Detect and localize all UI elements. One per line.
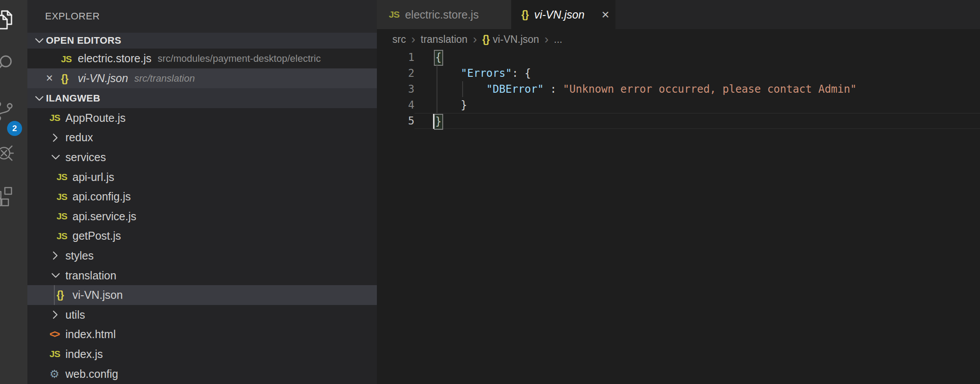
line-number: 5	[377, 113, 414, 129]
breadcrumb-separator-icon: ›	[473, 33, 477, 45]
tree-label: index.html	[65, 328, 116, 341]
code-line-content: }	[414, 113, 980, 129]
file-icon-slot: JS	[49, 113, 65, 123]
code-line-2: 2 "Errors": {	[377, 65, 980, 81]
open-editor-label: electric.store.js	[78, 52, 152, 65]
twistie	[49, 132, 65, 144]
scm-badge: 2	[7, 121, 22, 136]
file-icon-slot: JS	[61, 52, 78, 65]
open-editor-row[interactable]: JSelectric.store.jssrc/modules/payment-d…	[27, 49, 377, 68]
tree-label: styles	[65, 249, 94, 262]
tree-file-index-js[interactable]: JSindex.js	[27, 344, 377, 364]
json-file-icon: {}	[482, 34, 489, 45]
tree-label: web.config	[65, 368, 118, 380]
breadcrumb-item-src[interactable]: src	[392, 34, 406, 45]
tree-folder-utils[interactable]: utils	[27, 305, 377, 325]
breadcrumb-label: ...	[554, 34, 562, 45]
tree-file-web-config[interactable]: ⚙web.config	[27, 364, 377, 384]
section-open-editors[interactable]: OPEN EDITORS	[27, 33, 377, 49]
file-icon-slot: JS	[57, 192, 72, 202]
breadcrumb-item--[interactable]: ...	[554, 34, 562, 45]
js-file-icon: JS	[49, 349, 60, 359]
code-token	[435, 67, 461, 79]
tree-folder-redux[interactable]: redux	[27, 128, 377, 148]
tree-file-approute-js[interactable]: JSAppRoute.js	[27, 108, 377, 128]
tab-bar: JSelectric.store.js{}vi-VN.json×	[377, 0, 980, 29]
close-editor-icon[interactable]: ×	[46, 72, 61, 84]
breadcrumb-label: translation	[421, 34, 467, 45]
chevron-down-icon	[49, 151, 62, 163]
js-file-icon: JS	[57, 172, 67, 182]
code-token	[435, 83, 486, 95]
file-icon-slot: ⚙	[49, 369, 65, 380]
js-file-icon: JS	[57, 231, 67, 241]
section-label: ILANGWEB	[46, 93, 100, 104]
breadcrumb-label: src	[392, 34, 406, 45]
activity-item-search[interactable]	[0, 53, 27, 95]
file-icon-slot: JS	[49, 349, 65, 359]
code-line-content: "Errors": {	[414, 65, 980, 81]
tree-file-index-html[interactable]: <>index.html	[27, 325, 377, 345]
code-line-3: 3 "DBError" : "Unknown error occurred, p…	[377, 81, 980, 97]
tree-file-api-service-js[interactable]: JSapi.service.js	[27, 207, 377, 226]
json-file-icon: {}	[61, 73, 68, 84]
activity-item-files[interactable]	[0, 10, 27, 52]
tree-label: api.config.js	[72, 190, 131, 203]
code-line-content: }	[414, 97, 980, 113]
code-token: {	[435, 51, 441, 64]
breadcrumb-file-icon: {}	[482, 34, 489, 45]
activity-item-source-control[interactable]: 2	[0, 101, 27, 143]
tab-electric-store-js[interactable]: JSelectric.store.js	[377, 0, 511, 29]
line-number: 1	[377, 49, 414, 65]
tree-file-getpost-js[interactable]: JSgetPost.js	[27, 226, 377, 246]
file-icon-slot: {}	[61, 72, 78, 85]
tree-label: utils	[65, 309, 85, 321]
activity-item-extensions[interactable]	[0, 185, 27, 228]
chevron-right-icon	[49, 249, 62, 262]
chevron-right-icon	[49, 132, 62, 144]
tree-folder-styles[interactable]: styles	[27, 246, 377, 266]
tab-label: electric.store.js	[405, 8, 479, 21]
code-token: "Errors"	[461, 67, 512, 79]
indent-guide	[462, 81, 463, 97]
breadcrumb-item-translation[interactable]: translation	[421, 34, 467, 45]
tree-label: api.service.js	[72, 210, 137, 223]
tab-close-icon[interactable]: ×	[601, 8, 609, 21]
js-file-icon: JS	[389, 9, 399, 20]
section-ilangweb[interactable]: ILANGWEB	[27, 88, 377, 108]
json-file-icon: {}	[57, 289, 64, 301]
tree-label: api-url.js	[72, 171, 114, 184]
tree-file-api-url-js[interactable]: JSapi-url.js	[27, 167, 377, 187]
file-icon-slot: JS	[57, 231, 72, 241]
activity-item-debug[interactable]	[0, 141, 27, 184]
file-icon-slot: <>	[49, 328, 65, 340]
tree-folder-translation[interactable]: translation	[27, 266, 377, 286]
search-icon	[0, 53, 15, 74]
line-number: 4	[377, 97, 414, 113]
tree-file-api-config-js[interactable]: JSapi.config.js	[27, 187, 377, 207]
breadcrumb-item-vi-vn-json[interactable]: {}vi-VN.json	[482, 34, 539, 45]
gear-icon: ⚙	[49, 369, 59, 380]
tree-folder-services[interactable]: services	[27, 147, 377, 167]
code-token: }	[461, 99, 467, 111]
tree-file-vi-vn-json[interactable]: {}vi-VN.json	[27, 285, 377, 305]
section-label: OPEN EDITORS	[46, 35, 122, 46]
sidebar-title: EXPLORER	[27, 0, 377, 33]
tree-label: vi-VN.json	[72, 289, 123, 301]
code-line-5: 5}	[377, 113, 980, 129]
sidebar-title-label: EXPLORER	[45, 11, 100, 22]
code-token: "Unknown error occurred, please contact …	[563, 83, 857, 95]
open-editor-row[interactable]: ×{}vi-VN.jsonsrc/translation	[27, 68, 377, 88]
file-icon-slot: JS	[57, 211, 72, 222]
tab-vi-vn-json[interactable]: {}vi-VN.json×	[511, 0, 615, 29]
open-editor-description: src/translation	[134, 73, 195, 84]
explorer-sidebar: EXPLORER OPEN EDITORSJSelectric.store.js…	[27, 0, 377, 384]
tab-label: vi-VN.json	[534, 8, 585, 21]
editor-code-area[interactable]: 1{2 "Errors": {3 "DBError" : "Unknown er…	[377, 49, 980, 129]
indent-guide	[437, 65, 437, 113]
text-cursor: }	[435, 115, 441, 128]
chevron-down-icon	[33, 92, 46, 105]
editor-group: JSelectric.store.js{}vi-VN.json× src›tra…	[377, 0, 980, 384]
code-token: {	[524, 67, 531, 79]
json-file-icon: {}	[521, 9, 528, 21]
